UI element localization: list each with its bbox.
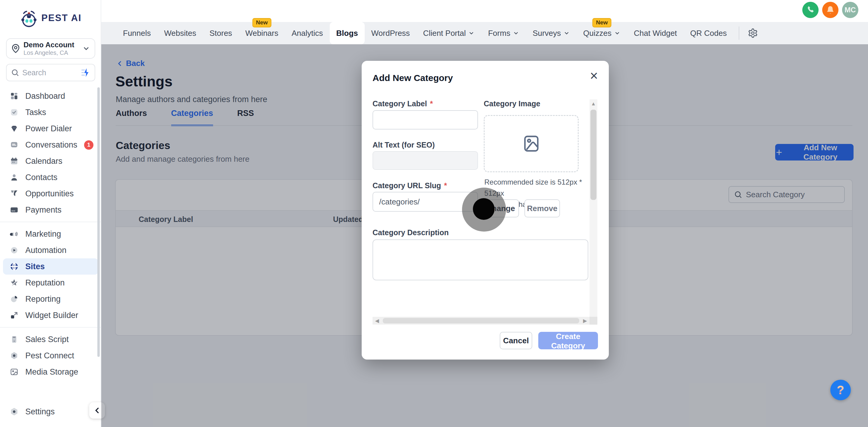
sites-globe-icon [10, 262, 19, 271]
map-pin-icon [11, 44, 21, 53]
sidebar-item-tasks[interactable]: Tasks [0, 104, 101, 121]
help-button[interactable]: ? [830, 380, 851, 400]
nav-tab-client-portal[interactable]: Client Portal [416, 22, 482, 44]
scroll-right-arrow[interactable]: ▶ [581, 317, 590, 325]
topbar: MC [101, 0, 868, 22]
account-switcher[interactable]: Demo Account Los Angeles, CA [6, 38, 95, 59]
chevron-down-icon [513, 30, 519, 36]
alt-text-input[interactable] [373, 151, 478, 170]
image-size-hint-line1: Recommended size is 512px * 512px [484, 176, 593, 199]
nav-tab-blogs[interactable]: Blogs [330, 22, 365, 44]
app-window: PEST AI Demo Account Los Angeles, CA [0, 0, 868, 427]
sidebar-item-sales-script[interactable]: Sales Script [0, 331, 101, 348]
sidebar-item-media-storage[interactable]: Media Storage [0, 364, 101, 380]
category-label-input[interactable] [373, 110, 478, 130]
nav-tab-chat-widget[interactable]: Chat Widget [627, 22, 684, 44]
sidebar-item-label: Pest Connect [25, 351, 74, 360]
cancel-button[interactable]: Cancel [500, 332, 532, 349]
sidebar-item-contacts[interactable]: Contacts [0, 169, 101, 186]
modal-vertical-scrollbar[interactable]: ▲ ▼ [590, 99, 597, 325]
sidebar-item-reputation[interactable]: Reputation [0, 275, 101, 291]
category-description-label: Category Description [373, 228, 449, 237]
horizontal-scroll-thumb[interactable] [383, 318, 579, 323]
nav-tab-label: Websites [164, 29, 196, 38]
field-label-text: Category Label [373, 99, 427, 108]
sidebar-item-label: Dashboard [25, 92, 65, 101]
remove-image-button[interactable]: Remove [524, 199, 560, 218]
nav-tab-label: Surveys [532, 29, 561, 38]
nav-tab-stores[interactable]: Stores [203, 22, 239, 44]
contacts-icon [10, 173, 19, 182]
nav-tab-websites[interactable]: Websites [158, 22, 203, 44]
sidebar-item-opportunities[interactable]: Opportunities [0, 186, 101, 202]
nav-tab-surveys[interactable]: Surveys [526, 22, 577, 44]
blogs-nav: Funnels Websites Stores NewWebinars Anal… [101, 22, 868, 44]
nav-tab-qr-codes[interactable]: QR Codes [684, 22, 733, 44]
change-image-button[interactable]: Change [482, 199, 519, 218]
sidebar-item-widget-builder[interactable]: Widget Builder [0, 307, 101, 323]
nav-tab-label: Quizzes [583, 29, 612, 38]
scrollbar-corner [590, 317, 597, 325]
marketing-icon [10, 229, 19, 238]
vertical-scroll-thumb[interactable] [590, 109, 596, 200]
reporting-pie-icon [10, 295, 19, 303]
nav-tab-label: Analytics [291, 29, 323, 38]
pest-connect-icon [10, 351, 19, 360]
sidebar-item-pest-connect[interactable]: Pest Connect [0, 348, 101, 364]
chevron-left-icon [93, 406, 101, 415]
phone-button[interactable] [802, 2, 818, 18]
sidebar-item-marketing[interactable]: Marketing [0, 226, 101, 242]
nav-tab-label: Webinars [245, 29, 278, 38]
sidebar-item-power-dialer[interactable]: Power Dialer [0, 121, 101, 137]
sidebar-item-label: Tasks [25, 108, 46, 117]
sidebar-item-label: Payments [25, 205, 61, 215]
account-name: Demo Account [24, 41, 79, 50]
nav-tab-label: Blogs [336, 29, 358, 38]
sidebar-item-label: Widget Builder [25, 311, 79, 320]
field-label-text: Category URL Slug [373, 181, 441, 190]
nav-tab-webinars[interactable]: NewWebinars [239, 22, 285, 44]
sidebar-item-label: Reputation [25, 278, 65, 288]
sidebar-item-reporting[interactable]: Reporting [0, 291, 101, 307]
sidebar-scrollbar[interactable] [97, 87, 100, 357]
scroll-left-arrow[interactable]: ◀ [373, 317, 381, 325]
add-new-category-modal: Add New Category × Category Label* Alt T… [362, 61, 609, 360]
category-url-slug-label: Category URL Slug* [373, 181, 447, 190]
automation-icon [10, 246, 19, 255]
notifications-button[interactable] [822, 2, 838, 18]
gear-icon [748, 28, 758, 38]
nav-tab-forms[interactable]: Forms [481, 22, 526, 44]
quick-actions-icon[interactable] [80, 67, 90, 78]
sidebar-item-label: Conversations [25, 140, 78, 150]
sidebar-item-dashboard[interactable]: Dashboard [0, 88, 101, 104]
sidebar-item-settings[interactable]: Settings [0, 403, 101, 420]
dashboard-icon [10, 92, 19, 101]
sidebar-settings-row: Settings [0, 403, 101, 420]
sidebar-item-payments[interactable]: Payments [0, 202, 101, 218]
category-description-textarea[interactable] [373, 239, 588, 281]
sidebar-item-automation[interactable]: Automation [0, 242, 101, 258]
category-url-slug-input[interactable] [373, 192, 478, 212]
nav-tab-funnels[interactable]: Funnels [116, 22, 158, 44]
category-image-upload[interactable] [484, 115, 579, 172]
nav-tab-label: Stores [210, 29, 232, 38]
nav-tab-wordpress[interactable]: WordPress [365, 22, 416, 44]
new-badge: New [592, 18, 611, 27]
sidebar-search-input[interactable] [22, 68, 77, 77]
category-image-label: Category Image [484, 99, 540, 108]
user-avatar[interactable]: MC [842, 2, 858, 18]
sidebar: PEST AI Demo Account Los Angeles, CA [0, 0, 101, 427]
search-icon [11, 68, 19, 77]
chevron-down-icon [614, 30, 621, 36]
sidebar-item-calendars[interactable]: Calendars [0, 153, 101, 169]
sidebar-item-sites[interactable]: Sites [3, 258, 98, 275]
nav-tab-quizzes[interactable]: NewQuizzes [577, 22, 627, 44]
modal-horizontal-scrollbar[interactable]: ◀ ▶ [373, 317, 590, 325]
create-category-button[interactable]: Create Category [538, 332, 598, 349]
nav-tab-analytics[interactable]: Analytics [285, 22, 330, 44]
sidebar-item-conversations[interactable]: Conversations 1 [0, 137, 101, 153]
close-icon[interactable]: × [590, 69, 598, 83]
blog-settings-gear-button[interactable] [745, 25, 761, 41]
scroll-up-arrow[interactable]: ▲ [590, 99, 597, 108]
nav-tab-label: Chat Widget [634, 29, 677, 38]
